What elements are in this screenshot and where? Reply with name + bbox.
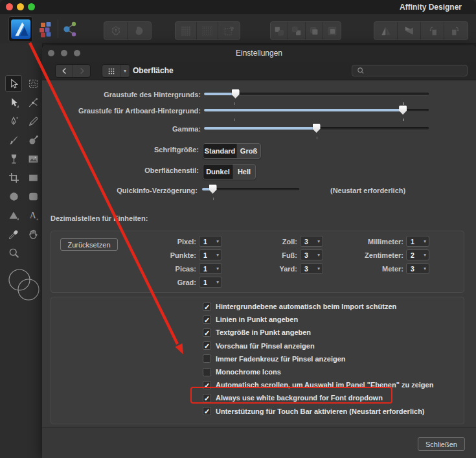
artistic-text-tool[interactable]: A [25, 207, 41, 223]
reset-button[interactable]: Zurücksetzen [60, 238, 118, 251]
slider-1[interactable] [204, 87, 429, 104]
snap-bounds-button[interactable] [218, 22, 240, 40]
dropdown-arrow-icon: ▾ [317, 252, 323, 258]
checkbox-checked[interactable]: ✓ [203, 328, 211, 337]
dialog-toolbar: ▾ Oberfläche [42, 62, 476, 80]
zoom-window-button[interactable] [28, 3, 35, 10]
rotate-cw-button[interactable] [444, 22, 468, 40]
slider-thumb[interactable] [209, 185, 217, 194]
slider-thumb[interactable] [232, 89, 240, 98]
point-transform-tool[interactable] [25, 94, 41, 111]
unit-decimal-dropdown[interactable]: 3▾ [300, 249, 323, 260]
rectangle-tool[interactable] [25, 169, 41, 186]
slider-thumb[interactable] [399, 106, 407, 115]
svg-text:A: A [29, 211, 36, 220]
affinity-designer-logo-button[interactable] [8, 16, 33, 42]
dropdown-value: 3 [300, 251, 317, 259]
checkbox-checked[interactable]: ✓ [203, 303, 211, 311]
unit-decimal-dropdown[interactable]: 1▾ [199, 277, 222, 288]
checkbox-checked[interactable]: ✓ [203, 394, 211, 402]
dialog-zoom-button[interactable] [74, 50, 80, 56]
unit-decimal-dropdown[interactable]: 1▾ [406, 236, 429, 247]
order-backward-button[interactable] [288, 22, 306, 40]
font-size-option-standard[interactable]: Standard [203, 144, 237, 158]
slider-3[interactable] [204, 122, 429, 139]
view-tool[interactable] [25, 225, 41, 242]
move-tool[interactable] [5, 75, 22, 92]
checkbox-unchecked[interactable] [203, 368, 211, 376]
place-image-tool[interactable] [25, 150, 41, 167]
forward-button[interactable] [73, 65, 90, 77]
unit-decimal-dropdown[interactable]: 1▾ [199, 249, 222, 260]
search-field[interactable] [352, 65, 468, 76]
pixel-grid-fine-button[interactable] [197, 22, 218, 40]
insert-behind-button[interactable] [128, 22, 151, 40]
color-picker-tool[interactable] [5, 225, 22, 242]
slider-2[interactable] [204, 104, 429, 120]
font-size-option-gross[interactable]: Groß [237, 144, 260, 158]
close-window-button[interactable] [6, 3, 13, 10]
order-forward-button[interactable] [306, 22, 323, 40]
artboard-tool [28, 78, 39, 89]
dialog-minimize-button[interactable] [61, 50, 67, 56]
triangle-tool[interactable] [5, 207, 22, 223]
move-tool [8, 78, 19, 89]
minimize-window-button[interactable] [17, 3, 24, 10]
zoom-tool[interactable] [5, 244, 22, 261]
slider-thumb[interactable] [313, 124, 321, 133]
fill-stroke-color-indicator[interactable] [4, 264, 40, 306]
rounded-rectangle-tool[interactable] [25, 188, 41, 205]
checkbox-unchecked[interactable] [203, 354, 211, 363]
checkbox-checked[interactable]: ✓ [203, 407, 211, 415]
slider-fill [204, 127, 317, 130]
pencil-tool[interactable] [25, 113, 41, 130]
checkbox-checked[interactable]: ✓ [203, 315, 211, 324]
tools-panel: A [0, 43, 43, 458]
flip-vertical-button[interactable] [398, 22, 421, 40]
search-input[interactable] [367, 66, 454, 75]
rotate-ccw-button[interactable] [421, 22, 444, 40]
unit-decimal-dropdown[interactable]: 1▾ [199, 236, 222, 247]
ellipse-tool[interactable] [5, 188, 22, 205]
snap-bounds-icon [223, 25, 235, 37]
order-back-button[interactable] [271, 22, 288, 40]
pixel-grid-fine-icon [201, 25, 213, 37]
checkbox-checked[interactable]: ✓ [203, 381, 211, 389]
point-transform-tool [28, 97, 39, 108]
order-front-button[interactable] [323, 22, 341, 40]
pixel-grid-button[interactable] [176, 22, 197, 40]
checkbox-checked[interactable]: ✓ [203, 341, 211, 350]
pen-tool [8, 116, 19, 127]
traffic-lights [6, 3, 35, 10]
tooltip-delay-slider[interactable] [202, 183, 299, 200]
dropdown-arrow-icon: ▾ [120, 65, 130, 77]
vector-brush-tool [8, 135, 19, 146]
fill-tool[interactable] [25, 132, 41, 148]
ui-style-option-hell[interactable]: Hell [233, 165, 255, 179]
export-persona-button[interactable] [61, 20, 79, 38]
unit-label: Grad: [119, 279, 196, 286]
artboard-tool[interactable] [25, 75, 41, 92]
node-tool[interactable] [5, 94, 22, 111]
unit-decimal-dropdown[interactable]: 3▾ [406, 263, 429, 274]
crop-tool[interactable] [5, 169, 22, 186]
insert-inside-button[interactable] [104, 22, 128, 40]
field-label: Gamma: [42, 125, 201, 133]
unit-decimal-dropdown[interactable]: 3▾ [300, 236, 323, 247]
unit-decimal-dropdown[interactable]: 1▾ [199, 263, 222, 274]
back-button[interactable] [56, 65, 73, 77]
options-box: ✓Hintergrundebene automatisch beim Impor… [51, 297, 464, 424]
dialog-close-button[interactable] [48, 50, 54, 56]
checkbox-row: ✓Hintergrundebene automatisch beim Impor… [203, 301, 396, 312]
vector-brush-tool[interactable] [5, 132, 22, 148]
close-dialog-button[interactable]: Schließen [418, 437, 465, 451]
transparency-tool[interactable] [5, 150, 22, 167]
pen-tool[interactable] [5, 113, 22, 130]
pixel-persona-button[interactable] [37, 20, 55, 38]
show-all-preferences-button[interactable]: ▾ [102, 64, 130, 78]
window-titlebar: Affinity Designer [0, 0, 476, 14]
unit-decimal-dropdown[interactable]: 2▾ [406, 249, 429, 260]
flip-horizontal-button[interactable] [374, 22, 398, 40]
unit-decimal-dropdown[interactable]: 3▾ [300, 263, 323, 274]
ui-style-option-dunkel[interactable]: Dunkel [203, 165, 233, 179]
